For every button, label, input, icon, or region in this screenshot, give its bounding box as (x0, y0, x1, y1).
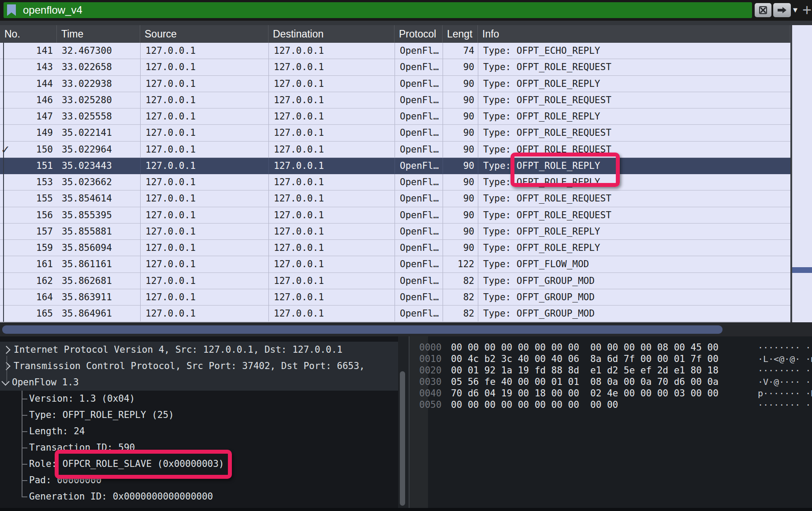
packet-row[interactable]: 15035.022964127.0.0.1127.0.0.1OpenFl…90T… (0, 142, 790, 158)
detail-field[interactable]: Length: 24 (29, 423, 85, 440)
cell-src: 127.0.0.1 (140, 207, 268, 223)
detail-field[interactable]: Generation ID: 0x0000000000000000 (29, 489, 213, 505)
cell-no: 144 (0, 76, 57, 92)
chevron-down-icon[interactable] (1, 377, 9, 385)
cell-src: 127.0.0.1 (140, 240, 268, 256)
hex-ascii: ········ ······E· (758, 342, 812, 353)
chevron-right-icon[interactable] (2, 346, 10, 354)
column-header-no[interactable]: No. (0, 25, 57, 43)
cell-src: 127.0.0.1 (140, 256, 268, 272)
detail-scrollbar-thumb[interactable] (400, 371, 405, 506)
toolbar-separator (0, 21, 812, 25)
cell-src: 127.0.0.1 (140, 174, 268, 190)
cell-src: 127.0.0.1 (140, 59, 268, 75)
packet-row[interactable]: 14132.467300127.0.0.1127.0.0.1OpenFl…74T… (0, 43, 790, 59)
hex-offset: 0050 (419, 399, 442, 410)
cell-len: 90 (443, 240, 478, 256)
packet-row[interactable]: 14935.022141127.0.0.1127.0.0.1OpenFl…90T… (0, 125, 790, 141)
apply-filter-button[interactable] (773, 3, 791, 17)
detail-field[interactable]: Type: OFPT_ROLE_REPLY (25) (29, 407, 174, 423)
wireshark-window: openflow_v4 ▼ + No.TimeSourceDestination… (0, 0, 812, 511)
column-header-info[interactable]: Info (478, 25, 790, 43)
cell-no: 159 (0, 240, 57, 256)
cell-time: 35.864961 (57, 306, 140, 321)
horizontal-scrollbar-thumb[interactable] (2, 325, 723, 334)
packet-list-scrollbar[interactable] (791, 25, 812, 322)
cell-proto: OpenFl… (395, 256, 443, 272)
cell-time: 33.025558 (57, 108, 140, 124)
packet-row[interactable]: 16135.861161127.0.0.1127.0.0.1OpenFl…122… (0, 256, 790, 272)
cell-info: Type: OFPT_GROUP_MOD (478, 273, 790, 289)
detail-field[interactable]: Version: 1.3 (0x04) (29, 391, 135, 407)
packet-row[interactable]: 15735.855881127.0.0.1127.0.0.1OpenFl…90T… (0, 224, 790, 240)
filter-history-caret[interactable]: ▼ (793, 7, 797, 13)
column-header-source[interactable]: Source (140, 25, 268, 43)
packet-row[interactable]: 15335.023662127.0.0.1127.0.0.1OpenFl…90T… (0, 174, 790, 190)
hex-bytes-group1: 00 00 00 00 00 00 00 00 (451, 399, 579, 410)
packet-row[interactable]: 14633.025280127.0.0.1127.0.0.1OpenFl…90T… (0, 92, 790, 108)
cell-dst: 127.0.0.1 (268, 190, 395, 206)
packet-row[interactable]: 15635.855395127.0.0.1127.0.0.1OpenFl…90T… (0, 207, 790, 224)
hex-bytes-group2: 08 0a 00 0a 70 d6 00 0a (590, 376, 719, 388)
hex-row[interactable]: 002000 01 92 1a 19 fd 88 8de1 d2 5e ef 2… (410, 365, 812, 376)
hex-ascii: ·L·<@·@· ·m······ (758, 353, 812, 365)
bookmark-icon[interactable] (7, 4, 16, 16)
packet-row[interactable]: 15135.023443127.0.0.1127.0.0.1OpenFl…90T… (0, 158, 790, 174)
cell-time: 35.023443 (57, 158, 140, 174)
cell-len: 90 (443, 142, 478, 157)
packet-row[interactable]: 16235.862681127.0.0.1127.0.0.1OpenFl…82T… (0, 273, 790, 289)
cell-no: 149 (0, 125, 57, 141)
cell-proto: OpenFl… (395, 43, 443, 59)
cell-len: 82 (443, 289, 478, 305)
cell-len: 90 (443, 125, 478, 141)
hex-row[interactable]: 001000 4c b2 3c 40 00 40 068a 6d 7f 00 0… (410, 353, 812, 365)
packet-row[interactable]: 14733.025558127.0.0.1127.0.0.1OpenFl…90T… (0, 108, 790, 125)
add-filter-button[interactable]: + (802, 1, 812, 19)
hex-row[interactable]: 003005 56 fe 40 00 00 01 0108 0a 00 0a 7… (410, 376, 812, 388)
horizontal-scrollbar[interactable] (0, 322, 812, 336)
detail-item[interactable]: OpenFlow 1.3 (0, 374, 398, 391)
cell-no: 164 (0, 289, 57, 305)
cell-no: 146 (0, 92, 57, 108)
detail-item[interactable]: Internet Protocol Version 4, Src: 127.0.… (0, 342, 398, 358)
cell-info: Type: OFPT_ROLE_REPLY (478, 76, 790, 92)
related-packets-line (3, 43, 4, 322)
packet-row[interactable]: 15935.856094127.0.0.1127.0.0.1OpenFl…90T… (0, 240, 790, 256)
packet-row[interactable]: 15535.854614127.0.0.1127.0.0.1OpenFl…90T… (0, 190, 790, 207)
hex-dump-pane: 000000 00 00 00 00 00 00 0000 00 00 00 0… (410, 336, 812, 508)
packet-row[interactable]: 16435.863911127.0.0.1127.0.0.1OpenFl…82T… (0, 289, 790, 306)
column-header-time[interactable]: Time (57, 25, 140, 43)
detail-item[interactable]: Transmission Control Protocol, Src Port:… (0, 358, 398, 374)
display-filter-input[interactable]: openflow_v4 (4, 2, 752, 18)
tree-tick (22, 496, 27, 497)
cell-time: 35.855395 (57, 207, 140, 223)
cell-src: 127.0.0.1 (140, 76, 268, 92)
column-header-lengt[interactable]: Lengt (443, 25, 478, 43)
cell-dst: 127.0.0.1 (268, 207, 395, 223)
cell-dst: 127.0.0.1 (268, 59, 395, 75)
arrow-right-icon (777, 7, 787, 14)
hex-row[interactable]: 005000 00 00 00 00 00 00 0000 00········… (410, 399, 812, 410)
hex-row[interactable]: 004070 d6 04 19 00 18 00 0002 4e 00 00 0… (410, 388, 812, 399)
hex-bytes-group2: 02 4e 00 00 00 03 00 00 (590, 388, 719, 399)
clear-filter-button[interactable] (755, 3, 771, 17)
cell-dst: 127.0.0.1 (268, 224, 395, 239)
cell-no: 161 (0, 256, 57, 272)
column-header-protocol[interactable]: Protocol (395, 25, 443, 43)
cell-src: 127.0.0.1 (140, 306, 268, 321)
cell-no: 162 (0, 273, 57, 289)
hex-row[interactable]: 000000 00 00 00 00 00 00 0000 00 00 00 0… (410, 342, 812, 353)
packet-list-header: No.TimeSourceDestinationProtocolLengtInf… (0, 25, 790, 43)
cell-proto: OpenFl… (395, 142, 443, 157)
cell-proto: OpenFl… (395, 59, 443, 75)
cell-dst: 127.0.0.1 (268, 256, 395, 272)
packet-list-scrollbar-thumb[interactable] (792, 267, 812, 273)
packet-row[interactable]: 14433.022938127.0.0.1127.0.0.1OpenFl…90T… (0, 76, 790, 92)
cell-info: Type: OFPT_GROUP_MOD (478, 306, 790, 321)
cell-info: Type: OFPT_ROLE_REQUEST (478, 207, 790, 223)
display-filter-text[interactable]: openflow_v4 (23, 4, 82, 16)
cell-proto: OpenFl… (395, 240, 443, 256)
packet-row[interactable]: 14333.022658127.0.0.1127.0.0.1OpenFl…90T… (0, 59, 790, 75)
column-header-destination[interactable]: Destination (268, 25, 395, 43)
packet-row[interactable]: 16535.864961127.0.0.1127.0.0.1OpenFl…82T… (0, 306, 790, 322)
